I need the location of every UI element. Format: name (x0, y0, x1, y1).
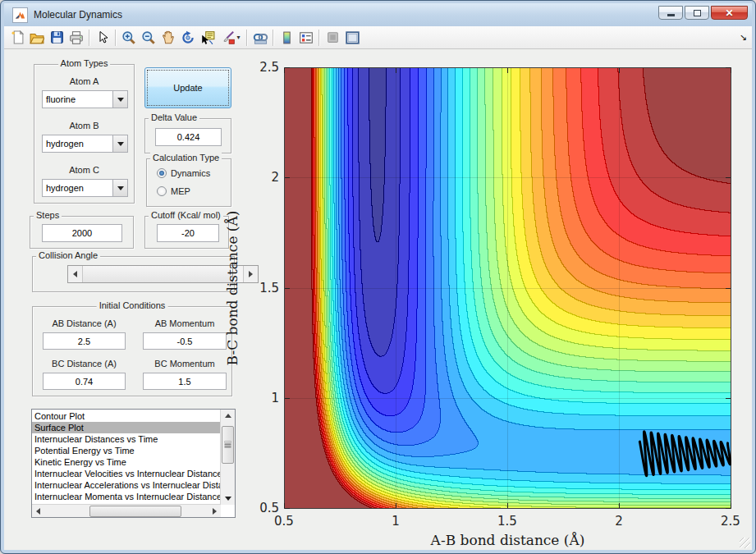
y-tick-label: 0.5 (246, 501, 279, 515)
figure-toolbar: ▾ (4, 26, 752, 49)
dropdown-button[interactable] (112, 91, 127, 108)
x-tick-label: 1 (379, 514, 412, 529)
zoom-out-button[interactable] (139, 28, 158, 48)
radio-dynamics-label: Dynamics (171, 168, 210, 178)
atom-c-value: hydrogen (43, 183, 112, 193)
panel-title: Steps (34, 210, 62, 220)
brush-tool-button[interactable]: ▾ (218, 28, 244, 48)
contour-plot-canvas[interactable] (284, 67, 731, 509)
update-button[interactable]: Update (144, 67, 231, 108)
horizontal-scroll-track[interactable] (44, 505, 208, 517)
link-plot-button[interactable] (250, 28, 270, 48)
list-item[interactable]: Internuclear Accelerations vs Internucle… (32, 479, 221, 491)
atom-b-select[interactable]: hydrogen (42, 135, 128, 153)
maximize-button[interactable] (685, 6, 709, 20)
pointer-tool-button[interactable] (93, 28, 112, 48)
radio-button-icon[interactable] (157, 186, 167, 196)
hide-plot-tools-icon (326, 30, 340, 44)
resize-grip[interactable] (740, 538, 750, 548)
panel-title: Initial Conditions (97, 300, 168, 310)
atom-b-value: hydrogen (43, 139, 112, 149)
dropdown-button[interactable] (112, 180, 127, 196)
new-figure-button[interactable] (7, 28, 27, 48)
arrow-left-icon (36, 508, 40, 515)
chevron-down-icon (117, 98, 124, 102)
dropdown-button[interactable] (112, 135, 127, 152)
toolbar-separator (246, 30, 248, 46)
ab-momentum-label: AB Momentum (143, 318, 227, 328)
title-bar[interactable]: Molecular Dynamics ✕ (4, 3, 752, 26)
delta-value-field[interactable] (155, 128, 222, 146)
radio-button-icon[interactable] (157, 168, 167, 178)
scroll-left-button[interactable] (32, 505, 44, 517)
horizontal-scroll-thumb[interactable] (89, 506, 181, 517)
radio-dynamics[interactable]: Dynamics (157, 168, 210, 178)
close-icon: ✕ (725, 8, 733, 18)
print-button[interactable] (66, 28, 86, 48)
calculation-type-panel: Calculation Type Dynamics MEP (146, 158, 231, 207)
ab-momentum-field[interactable] (143, 332, 227, 350)
panel-title: Cutoff (Kcal/ mol) (149, 210, 223, 220)
plot-type-listbox[interactable]: Contour PlotSurface PlotInternuclear Dis… (31, 409, 236, 518)
minimize-button[interactable] (658, 6, 683, 20)
link-chain-icon (253, 30, 268, 45)
show-plot-tools-dock-button[interactable] (342, 28, 362, 48)
panel-title: Delta Value (149, 112, 199, 122)
atom-c-select[interactable]: hydrogen (42, 179, 128, 197)
slider-left-arrow-button[interactable] (68, 266, 83, 282)
slider-thumb[interactable] (83, 266, 233, 282)
cutoff-field[interactable] (157, 224, 219, 242)
rotate-3d-button[interactable] (178, 28, 198, 48)
insert-legend-button[interactable] (296, 28, 316, 48)
atom-a-select[interactable]: fluorine (42, 90, 128, 108)
brush-dropdown-caret-icon[interactable]: ▾ (236, 34, 240, 41)
ab-distance-field[interactable] (43, 332, 126, 350)
toolbar-separator (115, 30, 117, 46)
data-cursor-button[interactable] (198, 28, 218, 48)
y-tick-label: 2 (246, 170, 279, 185)
pointer-arrow-icon (96, 30, 109, 44)
save-button[interactable] (47, 28, 66, 48)
matlab-app-icon (12, 7, 28, 23)
toolbar-separator (273, 30, 274, 46)
x-tick-label: 0.5 (268, 514, 300, 529)
panel-title: Atom Types (58, 58, 111, 68)
y-tick-label: 2.5 (246, 60, 279, 75)
horizontal-scrollbar[interactable] (32, 504, 221, 517)
arrow-right-icon (213, 508, 217, 515)
zoom-in-button[interactable] (119, 28, 139, 48)
list-item[interactable]: Internuclear Velocities vs Internuclear … (32, 468, 221, 479)
list-item[interactable]: Kinetic Energy vs Time (32, 456, 221, 468)
bc-distance-label: BC Distance (A) (43, 359, 126, 369)
list-item[interactable]: Potential Energy vs Time (32, 445, 221, 456)
bc-distance-field[interactable] (43, 373, 126, 390)
close-button[interactable]: ✕ (711, 6, 748, 20)
toolbar-overflow-icon[interactable]: ↘ (740, 32, 747, 43)
collision-angle-panel: Collision Angle (32, 256, 235, 292)
legend-icon (299, 30, 314, 45)
hide-plot-tools-button[interactable] (323, 28, 342, 48)
colorbar-icon (280, 30, 294, 45)
panel-title: Calculation Type (150, 153, 222, 163)
rotate-3d-icon (181, 30, 195, 45)
list-item[interactable]: Surface Plot (32, 422, 221, 433)
list-item[interactable]: Internuclear Distances vs Time (32, 433, 221, 445)
pan-tool-button[interactable] (158, 28, 178, 48)
delta-value-panel: Delta Value (144, 118, 231, 153)
scroll-right-button[interactable] (208, 505, 221, 517)
list-item[interactable]: Internuclear Momenta vs Internuclear Dis… (32, 491, 221, 502)
radio-mep[interactable]: MEP (157, 186, 190, 196)
bc-momentum-field[interactable] (143, 373, 227, 390)
y-axis-label-wrap: B-C bond distance (Å) (220, 67, 245, 509)
zoom-out-icon (141, 30, 156, 45)
open-file-button[interactable] (27, 28, 47, 48)
ab-distance-label: AB Distance (A) (43, 318, 126, 328)
atom-a-label: Atom A (34, 76, 134, 86)
open-folder-icon (30, 30, 44, 45)
insert-colorbar-button[interactable] (277, 28, 296, 48)
minimize-icon (667, 14, 675, 16)
data-cursor-icon (200, 30, 215, 45)
list-item[interactable]: Contour Plot (32, 410, 221, 422)
steps-field[interactable] (42, 224, 122, 242)
save-floppy-icon (50, 30, 64, 44)
